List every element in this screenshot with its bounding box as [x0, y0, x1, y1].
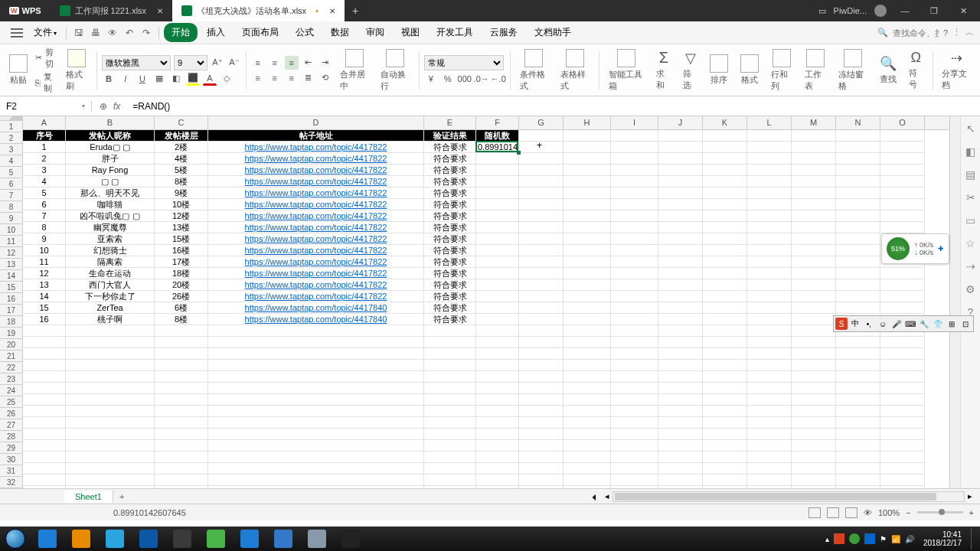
cell[interactable]: 符合要求 [424, 233, 476, 245]
cell[interactable] [836, 210, 880, 222]
cell[interactable] [747, 153, 792, 165]
cell[interactable] [519, 268, 564, 279]
font-name-select[interactable]: 微软雅黑 [102, 55, 171, 70]
cell[interactable] [658, 291, 703, 302]
find-button[interactable]: 🔍查找 [875, 54, 901, 86]
cell[interactable] [519, 406, 564, 417]
row-header-3[interactable]: 3 [0, 144, 22, 155]
cell[interactable] [564, 210, 611, 222]
cell[interactable] [519, 222, 564, 233]
preview-icon[interactable]: 👁 [105, 25, 120, 41]
cell[interactable] [747, 302, 792, 314]
row-header-23[interactable]: 23 [0, 373, 22, 385]
row-header-8[interactable]: 8 [0, 201, 22, 213]
cell[interactable] [792, 394, 836, 406]
cell[interactable] [880, 302, 925, 314]
cell[interactable] [703, 245, 747, 256]
cell[interactable] [747, 279, 792, 291]
cell[interactable]: 13楼 [155, 222, 208, 233]
close-button[interactable]: ✕ [952, 6, 974, 16]
cell[interactable] [703, 360, 747, 371]
cell[interactable] [155, 348, 208, 360]
cell[interactable] [747, 406, 792, 417]
cell[interactable] [23, 463, 66, 474]
cell[interactable] [519, 474, 564, 486]
cell[interactable]: ZerTea [66, 302, 155, 314]
cell[interactable] [836, 302, 880, 314]
cell[interactable] [703, 440, 747, 452]
cell[interactable] [658, 233, 703, 245]
cell[interactable]: 幽冥魔尊 [66, 222, 155, 233]
cell[interactable]: 发帖人昵称 [66, 130, 155, 142]
row-header-19[interactable]: 19 [0, 328, 22, 339]
cell[interactable] [564, 222, 611, 233]
cell[interactable] [836, 463, 880, 474]
cell[interactable] [564, 417, 611, 429]
increase-decimal-icon[interactable]: .0→ [475, 72, 488, 86]
cell[interactable] [703, 302, 747, 314]
cell[interactable] [703, 222, 747, 233]
cell[interactable] [703, 417, 747, 429]
row-header-15[interactable]: 15 [0, 282, 22, 293]
redo-icon[interactable]: ↷ [139, 25, 154, 41]
ime-button-5[interactable]: ⌨ [904, 318, 916, 330]
cell[interactable] [519, 440, 564, 452]
cell[interactable]: 16楼 [155, 245, 208, 256]
cell[interactable] [658, 463, 703, 474]
cell[interactable] [476, 383, 519, 394]
cell[interactable] [155, 383, 208, 394]
cell[interactable] [611, 187, 658, 199]
cell[interactable] [611, 429, 658, 440]
cell[interactable]: 桃子啊 [66, 314, 155, 325]
justify-icon[interactable]: ≣ [302, 71, 315, 85]
cell[interactable] [836, 348, 880, 360]
cell[interactable] [880, 394, 925, 406]
cell[interactable]: 5 [23, 187, 66, 199]
cell[interactable] [611, 383, 658, 394]
cell[interactable] [611, 417, 658, 429]
style-pane-icon[interactable]: ◧ [964, 145, 978, 159]
cell[interactable] [611, 325, 658, 337]
cell[interactable] [564, 394, 611, 406]
border-icon[interactable]: ▦ [152, 72, 166, 86]
menu-tab-4[interactable]: 数据 [323, 23, 357, 42]
vertical-scrollbar[interactable] [949, 116, 960, 488]
cell[interactable] [424, 371, 476, 383]
cell[interactable] [476, 474, 519, 486]
cell[interactable] [792, 383, 836, 394]
cell[interactable] [424, 474, 476, 486]
cell[interactable] [703, 130, 747, 142]
cell[interactable] [66, 337, 155, 348]
cell[interactable] [564, 130, 611, 142]
cell[interactable] [792, 325, 836, 337]
col-header-J[interactable]: J [658, 116, 703, 129]
cell[interactable] [703, 486, 747, 488]
cell[interactable] [703, 463, 747, 474]
cell[interactable]: 15楼 [155, 233, 208, 245]
copy-button[interactable]: ⎘ 复制 [35, 71, 58, 94]
cell[interactable] [519, 371, 564, 383]
cell[interactable] [703, 394, 747, 406]
cell[interactable] [703, 268, 747, 279]
cell[interactable] [424, 429, 476, 440]
cell[interactable] [66, 486, 155, 488]
cell[interactable] [476, 360, 519, 371]
increase-font-icon[interactable]: A⁺ [211, 56, 224, 70]
taskbar-app-5[interactable] [201, 528, 231, 549]
cell[interactable]: https://www.taptap.com/topic/4417822 [208, 256, 424, 268]
cell[interactable]: 符合要求 [424, 199, 476, 210]
select-tool-icon[interactable]: ↖ [964, 122, 978, 136]
close-icon[interactable]: ✕ [157, 7, 163, 15]
cell[interactable] [476, 279, 519, 291]
taskbar-app-9[interactable] [335, 528, 366, 549]
row-header-26[interactable]: 26 [0, 408, 22, 419]
cell[interactable] [658, 199, 703, 210]
cell[interactable] [880, 452, 925, 463]
cell[interactable]: https://www.taptap.com/topic/4417822 [208, 199, 424, 210]
cell[interactable] [747, 337, 792, 348]
cell[interactable] [880, 222, 925, 233]
cell[interactable] [564, 279, 611, 291]
backup-pane-icon[interactable]: ▭ [964, 214, 978, 228]
cell[interactable] [611, 406, 658, 417]
row-header-5[interactable]: 5 [0, 167, 22, 178]
